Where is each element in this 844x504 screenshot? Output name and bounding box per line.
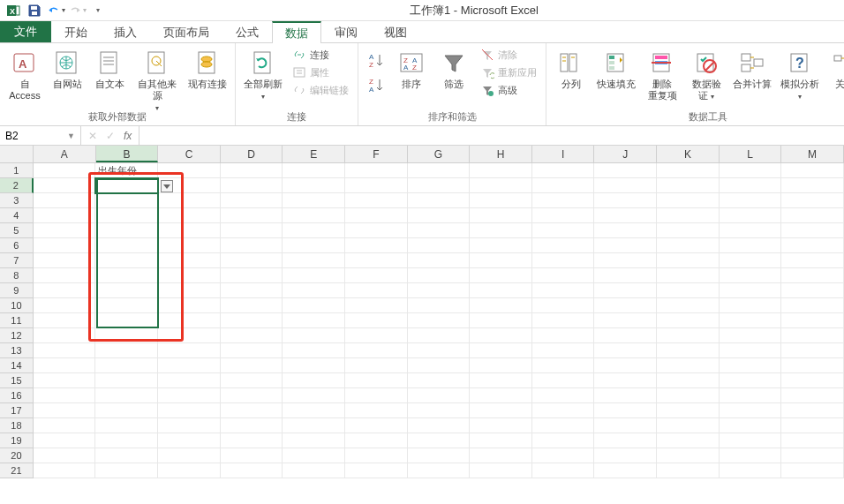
cell[interactable]: [470, 313, 532, 328]
cell[interactable]: [95, 463, 158, 478]
cell[interactable]: [158, 403, 221, 418]
excel-icon[interactable]: X: [4, 2, 23, 19]
cell[interactable]: [594, 418, 657, 433]
row-header[interactable]: 5: [0, 223, 34, 238]
tab-insert[interactable]: 插入: [101, 21, 150, 42]
remove-duplicates-button[interactable]: 删除 重复项: [644, 47, 681, 102]
cell[interactable]: [221, 193, 283, 208]
cell[interactable]: [532, 253, 595, 268]
cell[interactable]: [95, 268, 158, 283]
cell[interactable]: [594, 253, 657, 268]
data-validation-button[interactable]: 数据验 证 ▾: [688, 47, 725, 102]
cell[interactable]: [283, 373, 345, 388]
cell[interactable]: [221, 343, 283, 358]
cell[interactable]: [408, 178, 471, 193]
column-header[interactable]: A: [34, 146, 96, 162]
cell[interactable]: [158, 463, 221, 478]
cell[interactable]: [283, 358, 345, 373]
cell[interactable]: [95, 358, 158, 373]
cell[interactable]: [345, 343, 408, 358]
cell[interactable]: [781, 373, 844, 388]
cell[interactable]: [720, 388, 782, 403]
cell[interactable]: [594, 358, 657, 373]
cell[interactable]: [221, 268, 283, 283]
cell[interactable]: [95, 418, 158, 433]
cell[interactable]: [95, 223, 158, 238]
row-header[interactable]: 21: [0, 463, 34, 478]
cell[interactable]: [470, 178, 532, 193]
cell[interactable]: [594, 463, 657, 478]
cell[interactable]: [283, 283, 345, 298]
cell[interactable]: [720, 463, 782, 478]
cell[interactable]: [720, 283, 782, 298]
cell[interactable]: [408, 253, 471, 268]
cell[interactable]: [283, 328, 345, 343]
column-header[interactable]: E: [283, 146, 345, 162]
cell[interactable]: [657, 358, 720, 373]
spreadsheet-grid[interactable]: ABCDEFGHIJKLM 1出生年份234567891011121314151…: [0, 146, 844, 504]
cell[interactable]: [95, 328, 158, 343]
cell[interactable]: [781, 223, 844, 238]
cell[interactable]: [594, 313, 657, 328]
cell[interactable]: [34, 193, 96, 208]
cell[interactable]: [34, 253, 96, 268]
cell[interactable]: [781, 448, 844, 463]
connections-button[interactable]: 连接: [290, 47, 350, 63]
cell[interactable]: [283, 238, 345, 253]
cell[interactable]: [158, 283, 221, 298]
row-header[interactable]: 3: [0, 193, 34, 208]
cell[interactable]: [594, 238, 657, 253]
cell[interactable]: [720, 298, 782, 313]
tab-formulas[interactable]: 公式: [222, 21, 272, 42]
cell[interactable]: [345, 223, 408, 238]
cell[interactable]: [532, 283, 595, 298]
cell[interactable]: [532, 163, 595, 178]
cell[interactable]: [95, 388, 158, 403]
row-header[interactable]: 18: [0, 418, 34, 433]
cancel-icon[interactable]: ✕: [88, 130, 97, 142]
column-header[interactable]: C: [158, 146, 221, 162]
cell[interactable]: [158, 343, 221, 358]
cell[interactable]: [657, 328, 720, 343]
cell[interactable]: [283, 178, 345, 193]
cell[interactable]: [95, 403, 158, 418]
cell[interactable]: [158, 358, 221, 373]
cell[interactable]: [221, 463, 283, 478]
cell[interactable]: [158, 223, 221, 238]
cell[interactable]: [408, 298, 471, 313]
cell[interactable]: [345, 373, 408, 388]
cell[interactable]: [720, 448, 782, 463]
cell[interactable]: [345, 358, 408, 373]
row-header[interactable]: 13: [0, 343, 34, 358]
cell[interactable]: [532, 373, 595, 388]
cell[interactable]: [408, 193, 471, 208]
from-other-button[interactable]: 自其他来源▾: [134, 47, 180, 102]
cell[interactable]: [221, 283, 283, 298]
cell[interactable]: [720, 313, 782, 328]
cell[interactable]: [345, 403, 408, 418]
cell[interactable]: [408, 268, 471, 283]
cell[interactable]: [408, 238, 471, 253]
cell[interactable]: [34, 403, 96, 418]
sort-desc-button[interactable]: ZA: [365, 75, 387, 94]
cell[interactable]: [594, 343, 657, 358]
cell[interactable]: [283, 433, 345, 448]
cell[interactable]: [345, 328, 408, 343]
cell[interactable]: [34, 448, 96, 463]
cell[interactable]: [720, 163, 782, 178]
cell[interactable]: [345, 418, 408, 433]
cell[interactable]: [781, 283, 844, 298]
cell[interactable]: [283, 208, 345, 223]
save-icon[interactable]: [25, 2, 44, 19]
cell[interactable]: [470, 253, 532, 268]
relationships-button[interactable]: 关系: [827, 47, 844, 90]
consolidate-button[interactable]: 合并计算: [732, 47, 772, 90]
cell[interactable]: [470, 358, 532, 373]
cell[interactable]: [657, 178, 720, 193]
cell[interactable]: [657, 193, 720, 208]
tab-file[interactable]: 文件: [0, 21, 51, 42]
name-box-input[interactable]: [5, 130, 58, 142]
cell[interactable]: [657, 463, 720, 478]
cell[interactable]: [221, 418, 283, 433]
cell[interactable]: [408, 343, 471, 358]
